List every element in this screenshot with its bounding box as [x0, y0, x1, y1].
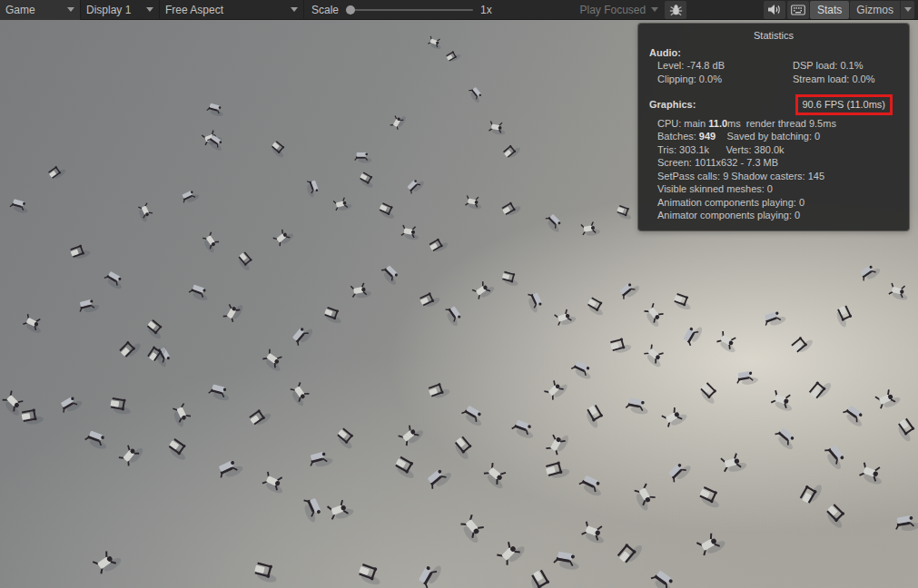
display-dropdown[interactable]: Display 1 [81, 0, 159, 20]
agent-figure [0, 390, 27, 417]
agent-figure [378, 201, 399, 220]
keyboard-shortcuts-button[interactable] [787, 1, 809, 19]
agent-figure [672, 292, 694, 311]
agent-figure [118, 440, 144, 467]
agent-figure [616, 204, 635, 220]
graphics-section-heading: Graphics: [649, 98, 696, 112]
agent-figure [451, 436, 477, 461]
aspect-ratio-dropdown[interactable]: Free Aspect [160, 0, 303, 20]
agent-figure [585, 297, 607, 318]
agent-figure [497, 537, 528, 568]
scale-control: Scale 1x [304, 4, 499, 16]
agent-figure [790, 332, 814, 356]
agent-figure [208, 384, 232, 402]
mute-audio-icon [767, 4, 782, 15]
game-view-toolbar: Game Display 1 Free Aspect Scale 1x Play… [0, 0, 918, 20]
agent-figure [252, 562, 280, 584]
stats-button-label: Stats [817, 4, 842, 16]
agent-figure [443, 304, 465, 328]
agent-figure [875, 387, 902, 411]
agent-figure [248, 406, 272, 428]
tab-game-view[interactable]: Game [0, 0, 80, 20]
agent-figure [554, 308, 577, 328]
agent-figure [697, 381, 721, 405]
agent-figure [47, 163, 66, 181]
agent-figure [648, 569, 678, 588]
agent-figure [472, 279, 496, 301]
agent-figure [304, 179, 320, 199]
agent-figure [459, 514, 489, 545]
display-dropdown-label: Display 1 [86, 4, 131, 16]
agent-figure [666, 459, 693, 485]
stat-stream-load: Stream load: 0.0% [793, 73, 875, 86]
scale-slider[interactable] [346, 4, 473, 16]
agent-figure [390, 112, 407, 131]
chevron-down-icon [291, 7, 298, 12]
tab-game-label: Game [5, 4, 35, 16]
agent-figure [642, 344, 667, 369]
mute-audio-button[interactable] [764, 1, 785, 19]
agent-figure [583, 404, 607, 429]
agent-figure [799, 479, 824, 506]
gizmos-dropdown-arrow[interactable] [900, 1, 914, 19]
scale-value: 1x [480, 4, 492, 16]
agent-figure [419, 289, 441, 309]
agent-figure [682, 322, 704, 347]
stats-toggle-button[interactable]: Stats [810, 1, 849, 19]
agent-figure [327, 498, 355, 523]
agent-figure [188, 284, 211, 302]
agent-figure [696, 530, 727, 558]
agent-figure [834, 305, 854, 328]
agent-figure [581, 220, 601, 237]
game-viewport[interactable]: Statistics Audio: Level: -74.8 dB DSP lo… [0, 20, 918, 588]
fps-highlight-box: 90.6 FPS (11.0ms) [795, 94, 893, 115]
play-focused-label: Play Focused [580, 4, 647, 16]
agent-figure [841, 404, 867, 428]
agent-figure [355, 152, 372, 163]
agent-figure [136, 202, 154, 222]
scale-slider-track[interactable] [346, 9, 473, 11]
debug-bug-button[interactable] [665, 1, 686, 19]
agent-figure [358, 172, 377, 190]
agent-figure [501, 270, 521, 287]
stat-screen: Screen: 1011x632 - 7.3 MB [638, 156, 909, 170]
agent-figure [334, 427, 359, 451]
stat-cpu: CPU: main 11.0ms render thread 9.5ms [638, 117, 909, 131]
agent-figure [544, 212, 565, 233]
keyboard-icon [791, 5, 805, 15]
agent-figure [528, 569, 554, 588]
play-focused-dropdown[interactable]: Play Focused [575, 0, 665, 20]
agent-figure [59, 394, 84, 416]
agent-figure [109, 397, 133, 415]
agent-figure [93, 547, 123, 576]
audio-stats-row: Clipping: 0.0% Stream load: 0.0% [638, 73, 909, 86]
agent-figure [118, 337, 142, 360]
agent-figure [429, 235, 449, 254]
agent-figure [322, 306, 344, 325]
agent-figure [482, 462, 511, 490]
agent-figure [553, 551, 581, 571]
agent-figure [428, 380, 451, 400]
scale-slider-knob[interactable] [346, 5, 355, 15]
agent-figure [417, 560, 443, 588]
agent-figure [103, 270, 126, 291]
agent-figure [697, 485, 725, 509]
agent-figure [642, 303, 667, 328]
agent-figure [525, 290, 545, 313]
agent-figure [773, 426, 799, 452]
agent-figure [9, 199, 30, 214]
agent-figure [400, 224, 420, 240]
agent-figure [22, 313, 45, 334]
agent-figure [888, 282, 910, 301]
agent-figure [171, 403, 193, 428]
gizmos-dropdown[interactable]: Gizmos [850, 1, 914, 19]
agent-figure [544, 377, 569, 402]
agent-figure [269, 140, 288, 159]
agent-figure [632, 484, 659, 513]
agent-figure [392, 456, 420, 481]
agent-figure [21, 407, 44, 426]
stat-animator-components: Animator components playing: 0 [638, 209, 909, 222]
agent-figure [661, 405, 688, 430]
audio-stats-row: Level: -74.8 dB DSP load: 0.1% [638, 59, 909, 73]
chevron-down-icon [904, 7, 912, 12]
